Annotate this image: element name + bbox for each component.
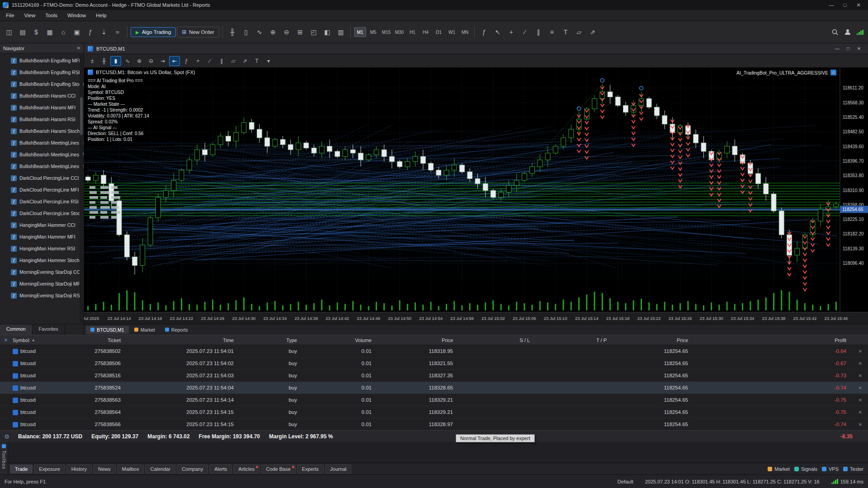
toolbox-tab-exposure[interactable]: Exposure: [34, 465, 65, 474]
trendline-icon[interactable]: ∕: [519, 26, 531, 38]
candles-chart-icon[interactable]: ▮: [110, 56, 121, 66]
maximize-icon[interactable]: □: [838, 2, 852, 8]
line-chart-icon[interactable]: ∿: [122, 56, 133, 66]
navigator-item-bullishbearish-harami-cci[interactable]: ƒBullishBearish Harami CCI: [0, 90, 84, 102]
candles-chart-icon[interactable]: ▯: [240, 26, 252, 38]
close-trade-icon[interactable]: ✕: [853, 357, 868, 370]
toolbox-tab-journal[interactable]: Journal: [325, 465, 351, 474]
toolbox-tab-news[interactable]: News: [93, 465, 116, 474]
navigator-panel-icon[interactable]: ⌂: [57, 26, 70, 38]
table-row[interactable]: btcusd2758385632025.07.23 11:54:14buy0.0…: [0, 394, 868, 406]
toolbox-tab-trade[interactable]: Trade: [10, 465, 33, 474]
table-row[interactable]: btcusd2758385242025.07.23 11:54:04buy0.0…: [0, 382, 868, 394]
column-header-time[interactable]: Time: [127, 338, 240, 343]
navigator-item-bullishbearish-engulfing-rsi[interactable]: ƒBullishBearish Engulfing RSI: [0, 66, 84, 78]
bars-chart-icon[interactable]: ╫: [226, 26, 239, 38]
data-window-icon[interactable]: ▦: [43, 26, 56, 38]
close-trade-icon[interactable]: ✕: [853, 382, 868, 394]
close-navigator-icon[interactable]: ✕: [77, 46, 80, 51]
cascade-windows-icon[interactable]: ◰: [307, 26, 320, 38]
column-header-symbol[interactable]: Symbol▲: [12, 338, 48, 343]
close-icon[interactable]: ✕: [852, 2, 865, 8]
navigator-item-hangingman-hammer-stoch[interactable]: ƒHangingMan Hammer Stoch: [0, 254, 84, 266]
service-vps[interactable]: VPS: [822, 466, 839, 472]
navigator-item-morningevening-stardoji-rsi[interactable]: ƒMorningEvening StarDoji RSI: [0, 290, 84, 301]
navigator-item-darkcloud-piercingline-mfi[interactable]: ƒDarkCloud PiercingLine MFI: [0, 184, 84, 196]
table-row[interactable]: btcusd2758385162025.07.23 11:54:03buy0.0…: [0, 370, 868, 382]
service-market[interactable]: Market: [768, 466, 790, 472]
service-signals[interactable]: Signals: [794, 466, 817, 472]
column-header-ticket[interactable]: Ticket: [48, 338, 127, 343]
timeframe-m15[interactable]: M15: [380, 27, 392, 37]
text-label-icon[interactable]: T: [559, 26, 572, 38]
navigator-item-bullishbearish-meetinglines-mfi[interactable]: ƒBullishBearish MeetingLines MFI: [0, 149, 84, 160]
column-header-volume[interactable]: Volume: [303, 338, 378, 343]
navigator-item-morningevening-stardoji-mfi[interactable]: ƒMorningEvening StarDoji MFI: [0, 278, 84, 290]
minimize-icon[interactable]: —: [825, 2, 838, 8]
shapes-icon[interactable]: ▱: [228, 56, 239, 66]
quotes-icon[interactable]: ±: [87, 56, 98, 66]
menu-view[interactable]: View: [19, 11, 41, 20]
crosshair-icon[interactable]: +: [193, 56, 203, 66]
channel-icon[interactable]: ∥: [532, 26, 545, 38]
trendline-icon[interactable]: ∕: [204, 56, 215, 66]
navigator-tab-favorites[interactable]: Favorites: [33, 324, 65, 335]
timeframe-mn[interactable]: MN: [459, 27, 471, 37]
tile-windows-icon[interactable]: ⊞: [294, 26, 307, 38]
chart-type-icon[interactable]: ◫: [3, 26, 15, 38]
fibonacci-icon[interactable]: ≡: [546, 26, 558, 38]
close-trade-icon[interactable]: ✕: [853, 406, 868, 418]
toolbox-tab-alerts[interactable]: Alerts: [209, 465, 232, 474]
toolbox-tab-calendar[interactable]: Calendar: [145, 465, 175, 474]
chart-minimize-icon[interactable]: —: [832, 46, 843, 51]
zoom-out-icon[interactable]: ⊖: [146, 56, 156, 66]
account-icon[interactable]: [844, 28, 851, 36]
timeframe-h4[interactable]: H4: [420, 27, 432, 37]
chart-tab-btcusd-m1[interactable]: BTCUSD,M1: [86, 326, 129, 334]
toolbox-side-strip[interactable]: Toolbox: [0, 442, 8, 474]
close-trade-icon[interactable]: ✕: [853, 418, 868, 431]
navigator-item-hangingman-hammer-rsi[interactable]: ƒHangingMan Hammer RSI: [0, 243, 84, 254]
table-row[interactable]: btcusd2758385062025.07.23 11:54:02buy0.0…: [0, 357, 868, 370]
profiles-icon[interactable]: ▤: [16, 26, 29, 38]
line-chart-icon[interactable]: ∿: [253, 26, 266, 38]
menu-file[interactable]: File: [1, 11, 19, 20]
chart-maximize-icon[interactable]: □: [843, 46, 854, 51]
crosshair-icon[interactable]: +: [505, 26, 518, 38]
zoom-in-icon[interactable]: ⊕: [267, 26, 279, 38]
navigator-item-darkcloud-piercingline-stoch[interactable]: ƒDarkCloud PiercingLine Stoch: [0, 207, 84, 219]
strategy-tester-icon[interactable]: ƒ: [84, 26, 97, 38]
cursor-icon[interactable]: ↖: [491, 26, 504, 38]
toolbox-tab-history[interactable]: History: [66, 465, 92, 474]
navigator-item-darkcloud-piercingline-rsi[interactable]: ƒDarkCloud PiercingLine RSI: [0, 196, 84, 207]
navigator-tab-common[interactable]: Common: [0, 324, 33, 335]
chart-close-icon[interactable]: ✕: [854, 46, 864, 51]
table-row[interactable]: btcusd2758385662025.07.23 11:54:15buy0.0…: [0, 418, 868, 431]
chart-tab-market[interactable]: Market: [130, 326, 160, 334]
timeframe-d1[interactable]: D1: [433, 27, 445, 37]
scrollbar-thumb[interactable]: [80, 97, 83, 135]
navigator-scrollbar[interactable]: [80, 54, 83, 323]
toolbox-panel-icon[interactable]: ▣: [71, 26, 83, 38]
menu-window[interactable]: Window: [62, 11, 91, 20]
text-label-icon[interactable]: T: [251, 56, 262, 66]
navigator-item-darkcloud-piercingline-cci[interactable]: ƒDarkCloud PiercingLine CCI: [0, 172, 84, 184]
navigator-item-bullishbearish-harami-mfi[interactable]: ƒBullishBearish Harami MFI: [0, 102, 84, 113]
zoom-out-icon[interactable]: ⊖: [280, 26, 293, 38]
profile-name[interactable]: Default: [618, 479, 633, 484]
navigator-item-hangingman-hammer-mfi[interactable]: ƒHangingMan Hammer MFI: [0, 231, 84, 243]
navigator-item-bullishbearish-harami-rsi[interactable]: ƒBullishBearish Harami RSI: [0, 113, 84, 125]
toolbox-tab-experts[interactable]: Experts: [297, 465, 324, 474]
chart-tab-reports[interactable]: Reports: [160, 326, 193, 334]
column-header-price[interactable]: Price: [613, 338, 694, 343]
menu-tools[interactable]: Tools: [40, 11, 62, 20]
close-trade-icon[interactable]: ✕: [853, 345, 868, 357]
auto-arrange-icon[interactable]: ▥: [335, 26, 347, 38]
toolbox-tab-code-base[interactable]: Code Base: [261, 465, 295, 474]
bars-chart-icon[interactable]: ╫: [99, 56, 109, 66]
arrow-objects-icon[interactable]: ⇗: [586, 26, 599, 38]
search-icon[interactable]: [831, 28, 839, 36]
arrow-objects-icon[interactable]: ⇗: [240, 56, 250, 66]
close-trade-icon[interactable]: ✕: [853, 394, 868, 406]
toolbox-tab-mailbox[interactable]: Mailbox: [117, 465, 144, 474]
